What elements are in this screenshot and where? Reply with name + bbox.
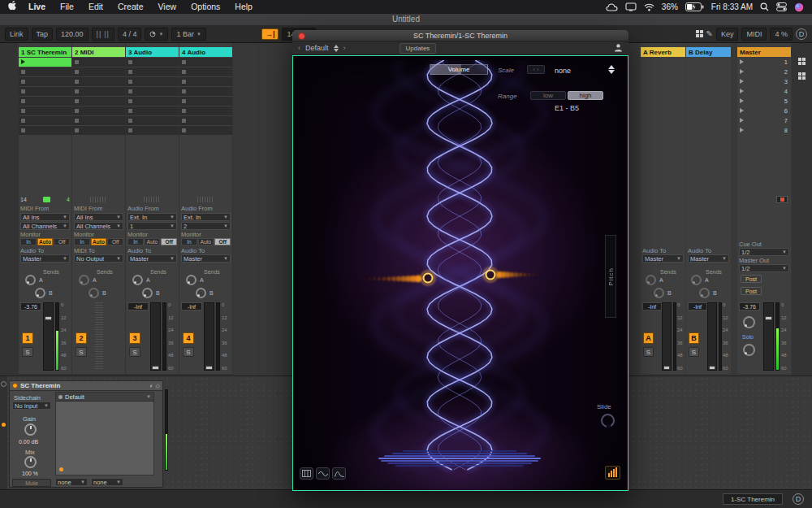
preset-prev-icon[interactable]: ‹	[298, 44, 300, 52]
menu-edit[interactable]: Edit	[81, 0, 110, 14]
menu-file[interactable]: File	[53, 0, 81, 14]
volume-value[interactable]: -Inf	[642, 302, 662, 310]
organ-button[interactable]	[605, 466, 620, 480]
key-map-toggle[interactable]: Key	[716, 28, 739, 41]
scene-4[interactable]: 4	[737, 87, 791, 96]
clip-slot[interactable]	[126, 126, 179, 135]
clip-slot[interactable]	[72, 77, 125, 86]
clip-slot[interactable]	[126, 87, 179, 96]
clip-slot[interactable]	[19, 106, 71, 115]
monitor-in-button[interactable]: In	[181, 238, 197, 245]
monitor-in-button[interactable]: In	[74, 238, 90, 245]
output-menu[interactable]: Master▼	[127, 254, 177, 263]
cue-volume-knob[interactable]	[743, 344, 755, 356]
clip-slot[interactable]	[19, 97, 71, 106]
track-activator-button[interactable]: A	[643, 332, 654, 344]
plugin-editor-panel[interactable]: Default ▼	[55, 392, 154, 475]
scene-launch-icon[interactable]	[740, 59, 744, 64]
unfold-icon[interactable]: ◇	[156, 383, 160, 389]
scale-root-selector[interactable]: ‹ ›	[527, 65, 545, 74]
solo-button[interactable]: S	[129, 347, 140, 357]
bank-menu[interactable]: none▼	[55, 478, 88, 486]
program-menu[interactable]: none▼	[91, 478, 123, 486]
mute-button[interactable]: Mute	[12, 479, 51, 487]
clip-slot[interactable]	[179, 97, 232, 106]
tap-tempo-button[interactable]: Tap	[32, 28, 54, 41]
input-channel-menu[interactable]: 2▼	[181, 222, 231, 230]
input-channel-menu[interactable]: All Channels▼	[74, 222, 123, 230]
control-center-icon[interactable]	[776, 2, 787, 11]
menu-clock[interactable]: Fri 8:33 AM	[711, 2, 753, 11]
scene-launch-icon[interactable]	[740, 79, 744, 84]
return-a-header[interactable]: A Reverb	[641, 47, 685, 57]
preset-next-icon[interactable]: ›	[343, 44, 346, 52]
clip-slot[interactable]	[19, 67, 71, 76]
solo-button[interactable]: S	[689, 347, 699, 357]
wifi-icon[interactable]	[644, 3, 654, 11]
clip-slot[interactable]	[19, 77, 71, 86]
send-a-pre-post-toggle[interactable]: Post	[741, 275, 762, 283]
master-out-menu[interactable]: 1/2▼	[739, 264, 789, 272]
link-button[interactable]: Link	[5, 28, 28, 41]
volume-fader[interactable]	[204, 302, 214, 371]
clip-slot[interactable]	[72, 58, 125, 67]
help-badge[interactable]: D	[793, 493, 804, 505]
device-title-bar[interactable]: SC Theremin ◐ ◇	[10, 381, 162, 391]
volume-fader[interactable]	[150, 302, 161, 371]
send-b-knob[interactable]	[699, 288, 710, 298]
track-activator-button[interactable]: B	[689, 332, 699, 344]
quantization-menu[interactable]: 1 Bar▼	[171, 28, 205, 41]
fader-handle[interactable]	[663, 366, 670, 370]
send-b-knob[interactable]	[89, 288, 99, 298]
scene-6[interactable]: 6	[737, 106, 791, 115]
volume-fader[interactable]	[43, 302, 54, 371]
track-activator-button[interactable]: 2	[76, 332, 87, 344]
user-icon[interactable]	[614, 43, 623, 54]
fader-handle[interactable]	[205, 366, 213, 370]
clip-slot[interactable]	[126, 97, 179, 106]
send-b-knob[interactable]	[654, 288, 664, 298]
cpu-meter[interactable]: 4 %	[770, 28, 793, 41]
clip-slot[interactable]	[19, 126, 71, 135]
hot-swap-icon[interactable]: ◐	[149, 383, 153, 389]
send-b-knob[interactable]	[35, 288, 45, 298]
preset-name[interactable]: Default	[305, 44, 329, 52]
clip-slot[interactable]	[72, 116, 125, 125]
follow-button[interactable]: →|	[261, 28, 279, 40]
menu-options[interactable]: Options	[184, 0, 227, 14]
track-activator-button[interactable]: 4	[183, 332, 194, 344]
monitor-in-button[interactable]: In	[127, 238, 144, 245]
clip-slot[interactable]	[179, 77, 232, 86]
send-b-knob[interactable]	[142, 288, 153, 298]
output-menu[interactable]: Master▼	[181, 254, 231, 263]
session-grid-icon[interactable]	[696, 30, 703, 37]
scene-8[interactable]: 8	[737, 126, 791, 135]
volume-fader[interactable]	[662, 302, 672, 371]
output-menu[interactable]: Master▼	[20, 254, 70, 263]
scale-stepper[interactable]	[608, 65, 615, 74]
master-volume-fader[interactable]	[763, 302, 774, 371]
monitor-auto-button[interactable]: Auto	[198, 238, 214, 245]
scene-launch-icon[interactable]	[740, 89, 744, 93]
pan-knob[interactable]	[743, 316, 755, 328]
clip-slot[interactable]	[126, 116, 179, 125]
fader-handle[interactable]	[152, 366, 159, 370]
fader-handle[interactable]	[765, 316, 772, 320]
master-header[interactable]: Master	[737, 47, 791, 57]
track-activator-button[interactable]: 3	[129, 332, 140, 344]
range-high-button[interactable]: high	[568, 91, 603, 100]
fader-handle[interactable]	[45, 316, 52, 320]
plugin-preset-bar[interactable]: Default ▼	[56, 393, 153, 402]
device-on-led[interactable]	[12, 383, 18, 389]
input-type-menu[interactable]: All Ins▼	[20, 213, 70, 221]
display-icon[interactable]	[625, 2, 637, 11]
monitor-off-button[interactable]: Off	[54, 238, 70, 245]
scene-1[interactable]: 1	[737, 58, 791, 67]
volume-value[interactable]: -3.76	[20, 302, 41, 310]
track-activator-button[interactable]: 1	[22, 332, 33, 344]
solo-button[interactable]: S	[76, 347, 87, 357]
output-menu[interactable]: Master▼	[642, 254, 684, 263]
pitch-slider[interactable]: Pitch	[605, 235, 616, 318]
input-channel-menu[interactable]: All Channels▼	[20, 222, 70, 230]
scene-3[interactable]: 3	[737, 77, 791, 86]
